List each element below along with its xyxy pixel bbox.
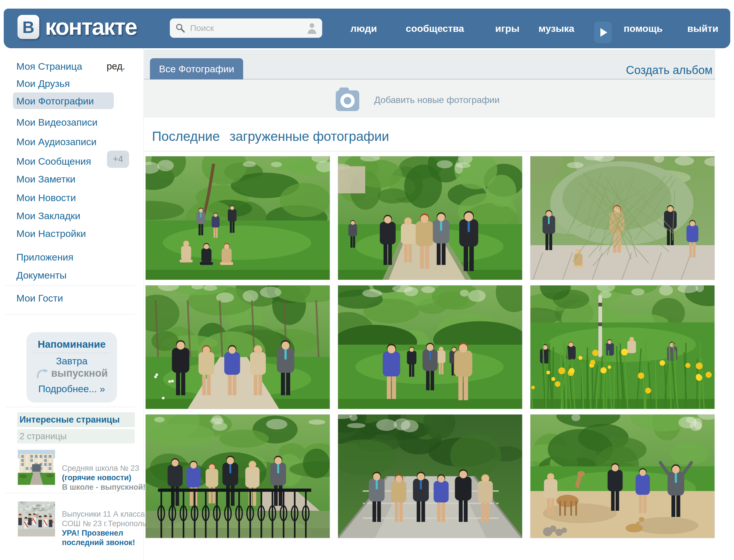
sidebar-item-my-notes[interactable]: Мои Заметки: [16, 174, 75, 185]
messages-count-badge: +4: [107, 151, 129, 168]
nav-help[interactable]: помощь: [624, 23, 663, 34]
search-input[interactable]: [190, 23, 303, 33]
nav-people[interactable]: люди: [351, 23, 377, 34]
nav-games[interactable]: игры: [495, 23, 519, 34]
nav-communities[interactable]: сообщества: [406, 23, 464, 34]
sidebar-item-documents[interactable]: Документы: [16, 270, 67, 281]
classmates-thumbnail: [18, 501, 55, 536]
page-item-line: последний звонок!: [62, 538, 146, 547]
photo-thumbnail-5[interactable]: [338, 285, 522, 409]
sidebar-item-apps[interactable]: Приложения: [16, 252, 73, 263]
sidebar-item-my-bookmarks[interactable]: Мои Закладки: [16, 210, 80, 221]
photo-thumbnail-3[interactable]: [530, 156, 714, 280]
section-title: Последниезагруженные фотографии: [152, 129, 389, 144]
sidebar-section-divider: [6, 285, 135, 286]
vk-logo[interactable]: В контакте: [17, 15, 137, 39]
page: В контакте людисообществаигрымузыкапомощ…: [0, 0, 734, 560]
sidebar-item-my-audio[interactable]: Мои Аудиозаписи: [16, 136, 96, 147]
reminder-box: Напоминание Завтра выпускной Подробнее..…: [26, 332, 117, 403]
photo-thumbnail-9[interactable]: [530, 415, 714, 538]
play-icon: [600, 28, 607, 37]
tab-all-photos[interactable]: Все Фотографии: [150, 58, 243, 79]
reminder-line2-row: выпускной: [26, 367, 117, 379]
photo-thumbnail-6[interactable]: [530, 285, 714, 409]
photo-thumbnail-4[interactable]: [146, 285, 330, 409]
sidebar-item-my-messages[interactable]: Мои Сообщения: [16, 156, 91, 167]
add-photos-label: Добавить новые фотографии: [374, 95, 499, 105]
create-album-link[interactable]: Создать альбом: [626, 64, 712, 77]
sidebar-divider: [143, 49, 144, 560]
sidebar-item-my-page[interactable]: Моя Страница: [16, 61, 82, 72]
photo-thumbnail-1[interactable]: [146, 156, 330, 280]
nav-logout[interactable]: выйти: [687, 23, 718, 34]
section-divider: [145, 151, 715, 151]
vk-logo-text: контакте: [45, 15, 137, 39]
double-chevron-icon: »: [100, 383, 105, 394]
reminder-title: Напоминание: [26, 339, 117, 350]
reminder-line1: Завтра: [26, 355, 117, 367]
photo-thumbnail-7[interactable]: [146, 415, 330, 538]
page-item-line: УРА! Прозвенел: [62, 528, 146, 538]
page-item-line: СОШ № 23 г.Тернополь: [62, 519, 146, 528]
sidebar-section-divider: [6, 407, 135, 407]
profile-icon: [307, 22, 317, 34]
header-search: [170, 18, 322, 38]
school-thumbnail: [18, 450, 55, 485]
photo-thumbnail-2[interactable]: [338, 156, 522, 280]
camera-icon: [336, 87, 359, 111]
sidebar-item-my-videos[interactable]: Мои Видеозаписи: [16, 117, 98, 128]
header: В контакте людисообществаигрымузыкапомощ…: [4, 9, 730, 48]
nav-music[interactable]: музыка: [538, 23, 574, 34]
page-item-line: Средняя школа № 23: [62, 464, 146, 473]
interesting-page-item[interactable]: Средняя школа № 23(горячие новости)В шко…: [18, 450, 137, 492]
pages-count: 2 страницы: [17, 429, 135, 444]
sidebar-item-my-settings[interactable]: Мои Настройки: [16, 228, 86, 239]
search-icon: [175, 23, 186, 33]
section-title-part2: загруженные фотографии: [230, 129, 389, 144]
interesting-pages-header: Интересные страницы: [17, 412, 135, 427]
page-item-line: В школе - выпускной!: [62, 483, 146, 492]
curved-arrow-icon: [36, 368, 48, 379]
page-item-line: Выпусники 11 А класса: [62, 510, 146, 519]
photo-grid: [146, 156, 714, 538]
vk-logo-icon: В: [17, 15, 39, 39]
sidebar-item-my-news[interactable]: Мои Новости: [16, 192, 76, 203]
section-title-part1: Последние: [152, 129, 220, 144]
reminder-line2: выпускной: [51, 367, 108, 379]
sidebar-item-my-guests[interactable]: Мои Гости: [16, 293, 63, 304]
sidebar-item-my-photos[interactable]: Мои Фотографии: [16, 96, 94, 107]
page-item-text: Выпусники 11 А классаСОШ № 23 г.Тернопол…: [62, 501, 146, 547]
sidebar-section-divider: [6, 314, 135, 314]
page-item-line: (горячие новости): [62, 473, 146, 483]
photo-thumbnail-8[interactable]: [338, 415, 522, 538]
page-item-text: Средняя школа № 23(горячие новости)В шко…: [62, 450, 146, 492]
edit-page-link[interactable]: ред.: [107, 61, 125, 72]
sidebar-item-my-friends[interactable]: Мои Друзья: [16, 78, 70, 89]
reminder-more-link[interactable]: Подробнее... »: [26, 383, 117, 394]
nav-play-button[interactable]: [594, 21, 612, 44]
interesting-page-item[interactable]: Выпусники 11 А классаСОШ № 23 г.Тернопол…: [18, 501, 137, 547]
